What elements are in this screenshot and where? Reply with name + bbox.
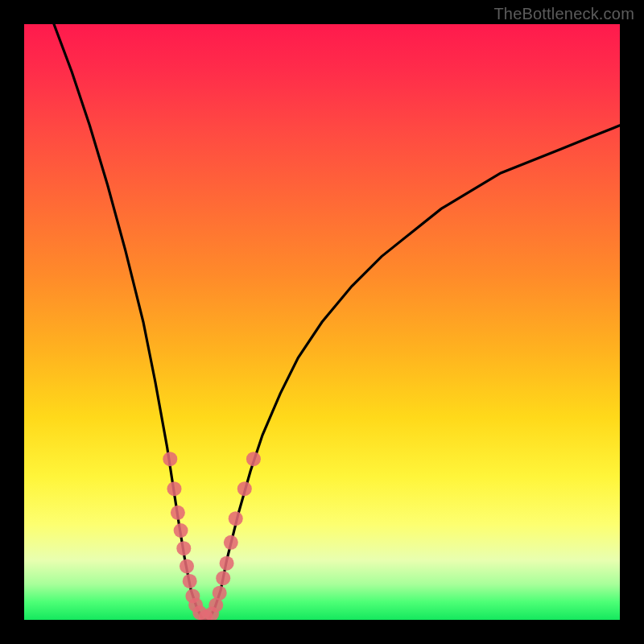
- data-point: [224, 535, 238, 550]
- data-point: [183, 574, 197, 588]
- data-point: [229, 511, 243, 526]
- data-point: [180, 559, 194, 573]
- chart-frame: TheBottleneck.com: [0, 0, 644, 644]
- data-point: [163, 452, 177, 466]
- data-point: [213, 586, 227, 601]
- data-point: [176, 541, 191, 555]
- bottleneck-curve-line: [54, 24, 620, 620]
- data-point: [220, 556, 234, 571]
- data-point: [174, 523, 188, 538]
- data-point: [246, 452, 261, 466]
- watermark-text: TheBottleneck.com: [493, 5, 634, 23]
- data-point: [171, 506, 185, 520]
- data-point-markers: [163, 452, 261, 620]
- chart-svg: [24, 24, 620, 620]
- data-point: [237, 481, 252, 496]
- plot-area: [24, 24, 620, 620]
- data-point: [216, 571, 230, 585]
- data-point: [167, 481, 182, 496]
